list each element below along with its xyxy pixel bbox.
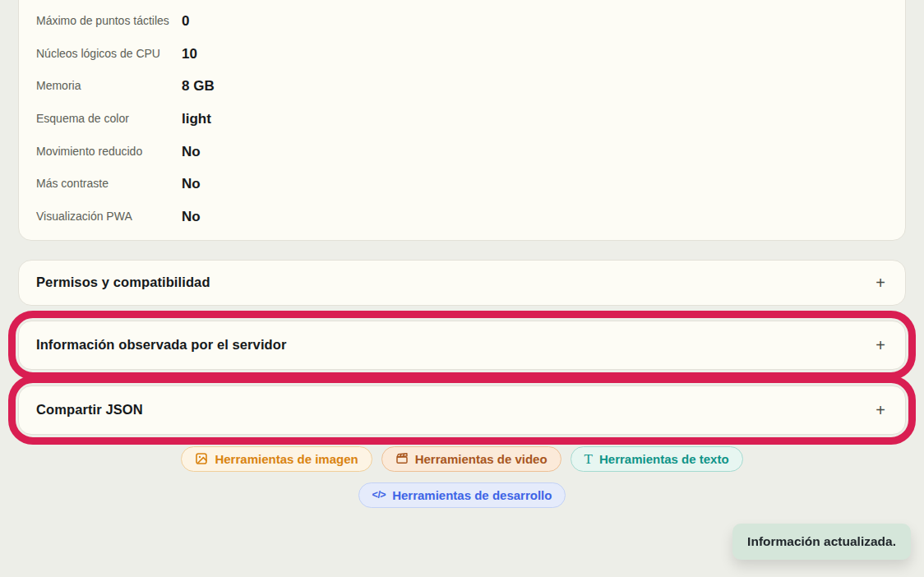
text-tool-icon: T [584, 452, 593, 466]
plus-icon[interactable]: + [875, 275, 885, 291]
accordion-server-info-wrapper: Información observada por el servidor + [18, 321, 906, 370]
clapperboard-icon [395, 452, 409, 465]
info-value: 0 [182, 14, 885, 30]
info-row-max-touch-points: Máximo de puntos táctiles 0 [36, 14, 885, 30]
accordion-informacion-servidor[interactable]: Información observada por el servidor + [18, 321, 906, 370]
video-tools-button[interactable]: Herramientas de video [381, 446, 561, 472]
accordion-title: Compartir JSON [36, 402, 143, 418]
accordion-share-json-wrapper: Compartir JSON + [18, 385, 906, 435]
info-row-pwa-display: Visualización PWA No [36, 210, 885, 225]
plus-icon[interactable]: + [875, 337, 885, 353]
plus-icon[interactable]: + [875, 402, 885, 418]
image-icon [195, 452, 208, 465]
accordion-title: Información observada por el servidor [36, 337, 286, 353]
info-label: Movimiento reducido [36, 145, 182, 159]
info-value: 10 [182, 47, 885, 62]
info-label: Esquema de color [36, 112, 182, 127]
info-row-memory: Memoria 8 GB [36, 79, 885, 95]
button-label: Herramientas de desarrollo [392, 488, 552, 502]
info-label: Visualización PWA [36, 210, 182, 224]
page-content: Máximo de puntos táctiles 0 Núcleos lógi… [18, 0, 906, 508]
tool-buttons-row-2: </> Herramientas de desarrollo [18, 482, 906, 508]
info-label: Memoria [36, 79, 182, 94]
tool-buttons-row-1: Herramientas de imagen Herramientas de v… [18, 446, 906, 472]
text-tools-button[interactable]: T Herramientas de texto [571, 446, 743, 472]
info-value: No [182, 145, 885, 160]
info-row-cpu-cores: Núcleos lógicos de CPU 10 [36, 47, 885, 62]
accordion-title: Permisos y compatibilidad [36, 275, 210, 290]
info-value: light [182, 112, 885, 127]
info-value: 8 GB [182, 79, 885, 95]
button-label: Herramientas de video [415, 452, 547, 466]
device-info-card: Máximo de puntos táctiles 0 Núcleos lógi… [18, 0, 906, 241]
info-value: No [182, 177, 885, 192]
button-label: Herramientas de texto [599, 452, 729, 466]
info-label: Núcleos lógicos de CPU [36, 47, 182, 62]
accordion-compartir-json[interactable]: Compartir JSON + [18, 385, 906, 435]
info-label: Máximo de puntos táctiles [36, 14, 182, 29]
info-row-more-contrast: Más contraste No [36, 177, 885, 192]
info-value: No [182, 210, 885, 225]
accordion-permisos-compatibilidad[interactable]: Permisos y compatibilidad + [18, 260, 906, 306]
info-label: Más contraste [36, 177, 182, 192]
info-row-reduced-motion: Movimiento reducido No [36, 145, 885, 160]
button-label: Herramientas de imagen [215, 452, 358, 466]
dev-tools-button[interactable]: </> Herramientas de desarrollo [358, 482, 566, 508]
toast-notification: Información actualizada. [732, 524, 911, 560]
info-row-color-scheme: Esquema de color light [36, 112, 885, 127]
code-icon: </> [372, 490, 386, 501]
image-tools-button[interactable]: Herramientas de imagen [181, 446, 372, 472]
